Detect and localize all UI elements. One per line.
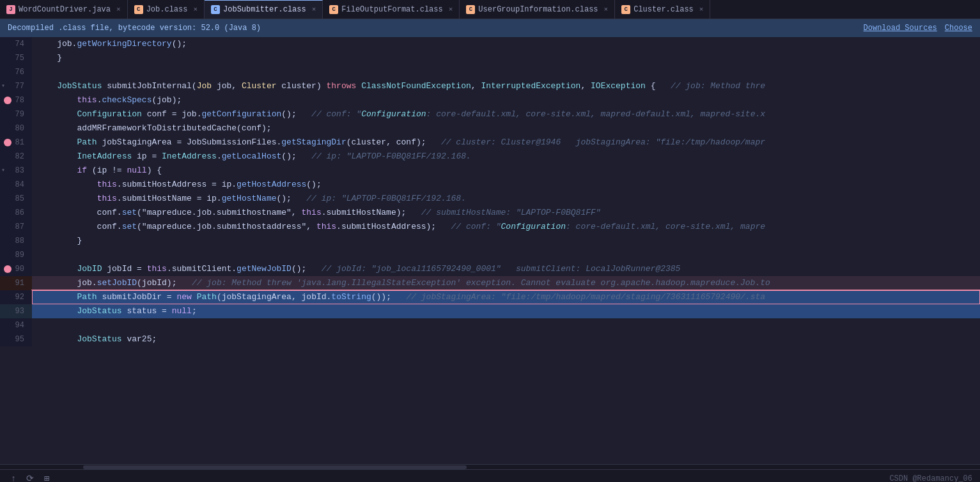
tab-icon-usergroupinfo: C xyxy=(466,5,475,14)
line-content-83: if (ip != null) { xyxy=(32,164,980,178)
code-line-93[interactable]: 93 JobStatus status = null; xyxy=(0,304,980,318)
code-line-80[interactable]: 80 addMRFrameworkToDistributedCache(conf… xyxy=(0,121,980,136)
line-content-76 xyxy=(32,65,980,79)
tab-close-cluster[interactable]: × xyxy=(699,6,704,13)
line-content-74: job.getWorkingDirectory(); xyxy=(32,37,980,51)
tab-usergroupinfo[interactable]: C UserGroupInformation.class × xyxy=(460,0,615,19)
line-number-84: 84 xyxy=(0,178,32,192)
line-number-87: 87 xyxy=(0,220,32,234)
tab-label-cluster: Cluster.class xyxy=(634,5,694,14)
horizontal-scrollbar[interactable] xyxy=(0,464,980,469)
line-number-81: 81 xyxy=(0,136,32,150)
line-content-75: } xyxy=(32,51,980,65)
line-number-90: 90 xyxy=(0,262,32,276)
tab-icon-wordcount: J xyxy=(6,5,15,14)
arrow-up-icon[interactable]: ↑ xyxy=(8,473,19,483)
status-bar: ↑ ⟳ ⊞ CSDN @Redamancy_06 xyxy=(0,469,980,482)
code-line-85[interactable]: 85 this.submitHostName = ip.getHostName(… xyxy=(0,192,980,206)
tab-jobsubmitter[interactable]: C JobSubmitter.class × xyxy=(205,0,323,19)
tab-label-usergroupinfo: UserGroupInformation.class xyxy=(478,5,598,14)
line-number-93: 93 xyxy=(0,304,32,318)
line-number-95: 95 xyxy=(0,332,32,346)
tab-close-jobsubmitter[interactable]: × xyxy=(312,6,316,13)
code-line-86[interactable]: 86 conf.set("mapreduce.job.submithostnam… xyxy=(0,206,980,220)
code-editor: 74 job.getWorkingDirectory();75 }76 77▾ … xyxy=(0,37,980,464)
line-content-91: job.setJobID(jobId); // job: Method thre… xyxy=(32,276,980,290)
line-number-88: 88 xyxy=(0,234,32,248)
line-number-75: 75 xyxy=(0,51,32,65)
line-number-78: 78 xyxy=(0,93,32,107)
code-line-78[interactable]: 78 this.checkSpecs(job); xyxy=(0,93,980,107)
line-content-95: JobStatus var25; xyxy=(32,332,980,346)
line-number-82: 82 xyxy=(0,150,32,164)
choose-button[interactable]: Choose xyxy=(945,24,972,33)
info-bar: Decompiled .class file, bytecode version… xyxy=(0,19,980,37)
line-content-86: conf.set("mapreduce.job.submithostname",… xyxy=(32,206,980,220)
code-line-92[interactable]: 92 Path submitJobDir = new Path(jobStagi… xyxy=(0,290,980,304)
fold-arrow-icon[interactable]: ▾ xyxy=(1,79,5,93)
line-number-94: 94 xyxy=(0,318,32,332)
breakpoint-icon[interactable] xyxy=(4,265,12,273)
line-content-78: this.checkSpecs(job); xyxy=(32,93,980,107)
fold-arrow-icon[interactable]: ▾ xyxy=(1,164,5,178)
breakpoint-icon[interactable] xyxy=(4,139,12,146)
tab-cluster[interactable]: C Cluster.class × xyxy=(615,0,710,19)
code-line-82[interactable]: 82 InetAddress ip = InetAddress.getLocal… xyxy=(0,150,980,164)
line-content-92: Path submitJobDir = new Path(jobStagingA… xyxy=(32,290,980,304)
line-number-86: 86 xyxy=(0,206,32,220)
tab-close-job[interactable]: × xyxy=(193,6,198,13)
line-content-81: Path jobStagingArea = JobSubmissionFiles… xyxy=(32,136,980,150)
code-line-74[interactable]: 74 job.getWorkingDirectory(); xyxy=(0,37,980,51)
code-line-90[interactable]: 90 JobID jobId = this.submitClient.getNe… xyxy=(0,262,980,276)
download-sources-button[interactable]: Download Sources xyxy=(864,24,937,33)
tab-close-wordcount[interactable]: × xyxy=(116,6,121,13)
breakpoint-icon[interactable] xyxy=(4,97,12,104)
tab-label-fileoutputformat: FileOutputFormat.class xyxy=(341,5,442,14)
code-line-79[interactable]: 79 Configuration conf = job.getConfigura… xyxy=(0,107,980,121)
code-line-95[interactable]: 95 JobStatus var25; xyxy=(0,332,980,346)
status-credit: CSDN @Redamancy_06 xyxy=(889,474,972,483)
code-line-81[interactable]: 81 Path jobStagingArea = JobSubmissionFi… xyxy=(0,136,980,150)
grid-icon[interactable]: ⊞ xyxy=(41,473,52,483)
code-line-76[interactable]: 76 xyxy=(0,65,980,79)
code-lines-container[interactable]: 74 job.getWorkingDirectory();75 }76 77▾ … xyxy=(0,37,980,464)
tab-icon-job: C xyxy=(134,5,143,14)
tab-close-usergroupinfo[interactable]: × xyxy=(604,6,609,13)
code-line-87[interactable]: 87 conf.set("mapreduce.job.submithostadd… xyxy=(0,220,980,234)
code-line-83[interactable]: 83▾ if (ip != null) { xyxy=(0,164,980,178)
line-number-79: 79 xyxy=(0,107,32,121)
tab-icon-cluster: C xyxy=(621,5,630,14)
line-number-85: 85 xyxy=(0,192,32,206)
decompiled-info-text: Decompiled .class file, bytecode version… xyxy=(8,24,261,33)
code-line-84[interactable]: 84 this.submitHostAddress = ip.getHostAd… xyxy=(0,178,980,192)
code-line-75[interactable]: 75 } xyxy=(0,51,980,65)
code-line-94[interactable]: 94 xyxy=(0,318,980,332)
line-content-88: } xyxy=(32,234,980,248)
tab-icon-fileoutputformat: C xyxy=(329,5,338,14)
status-bar-left: ↑ ⟳ ⊞ xyxy=(8,473,52,483)
code-line-91[interactable]: 91 job.setJobID(jobId); // job: Method t… xyxy=(0,276,980,290)
tab-fileoutputformat[interactable]: C FileOutputFormat.class × xyxy=(323,0,460,19)
code-line-77[interactable]: 77▾ JobStatus submitJobInternal(Job job,… xyxy=(0,79,980,93)
line-number-77: 77▾ xyxy=(0,79,32,93)
line-content-77: JobStatus submitJobInternal(Job job, Clu… xyxy=(32,79,980,93)
line-number-74: 74 xyxy=(0,37,32,51)
line-number-91: 91 xyxy=(0,276,32,290)
line-content-84: this.submitHostAddress = ip.getHostAddre… xyxy=(32,178,980,192)
code-line-88[interactable]: 88 } xyxy=(0,234,980,248)
line-number-80: 80 xyxy=(0,121,32,136)
tab-label-job: Job.class xyxy=(146,5,188,14)
line-content-89 xyxy=(32,248,980,262)
tab-wordcount[interactable]: J WordCountDriver.java × xyxy=(0,0,128,19)
refresh-icon[interactable]: ⟳ xyxy=(24,473,36,483)
info-bar-message: Decompiled .class file, bytecode version… xyxy=(8,24,261,33)
tab-label-jobsubmitter: JobSubmitter.class xyxy=(223,5,306,14)
line-number-76: 76 xyxy=(0,65,32,79)
tab-icon-jobsubmitter: C xyxy=(211,5,220,14)
line-number-83: 83▾ xyxy=(0,164,32,178)
tab-close-fileoutputformat[interactable]: × xyxy=(449,6,453,13)
info-bar-actions: Download Sources Choose xyxy=(864,24,972,33)
line-content-90: JobID jobId = this.submitClient.getNewJo… xyxy=(32,262,980,276)
tab-job[interactable]: C Job.class × xyxy=(128,0,205,19)
code-line-89[interactable]: 89 xyxy=(0,248,980,262)
